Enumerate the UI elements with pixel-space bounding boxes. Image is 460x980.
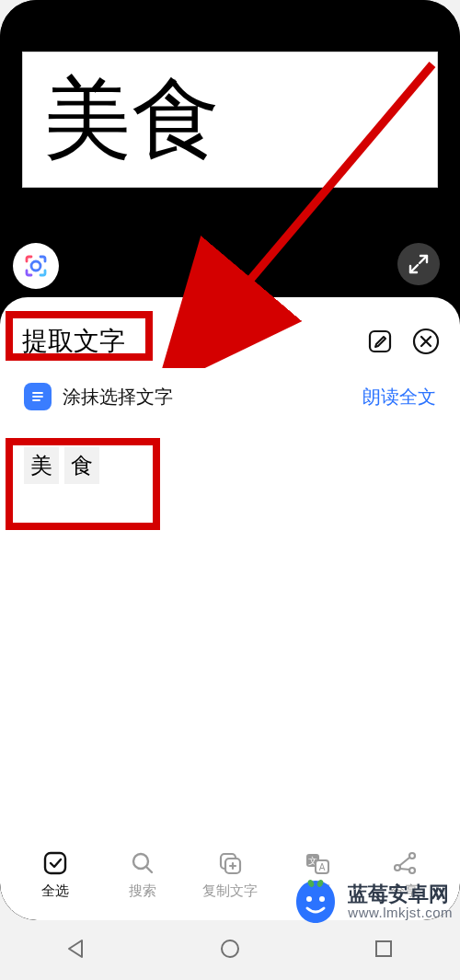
result-chars: 美 食 <box>24 447 436 484</box>
toolbar: 全选 搜索 <box>0 836 460 920</box>
expand-button[interactable] <box>397 243 440 285</box>
phone-frame: 美食 <box>0 0 460 920</box>
sheet-header: 提取文字 <box>0 322 460 370</box>
copy-icon <box>216 849 244 877</box>
tool-label: 复制文字 <box>202 882 258 900</box>
svg-line-21 <box>400 869 409 870</box>
copy-text-button[interactable]: 复制文字 <box>193 847 267 900</box>
select-row: 涂抹选择文字 朗读全文 <box>0 370 460 416</box>
expand-icon <box>408 254 429 274</box>
scanned-image: 美食 <box>22 52 438 188</box>
extract-text-sheet: 提取文字 <box>0 297 460 920</box>
svg-rect-26 <box>376 941 391 956</box>
svg-point-25 <box>222 940 238 957</box>
translate-icon: 文 A <box>304 849 331 877</box>
square-recent-icon <box>373 938 395 960</box>
camera-preview-area: 美食 <box>0 0 460 304</box>
svg-point-0 <box>31 261 40 271</box>
triangle-back-icon <box>65 938 87 960</box>
search-icon <box>129 849 156 877</box>
svg-point-18 <box>409 853 415 859</box>
scanned-text: 美食 <box>43 75 220 164</box>
svg-text:A: A <box>319 862 326 872</box>
sheet-grabber[interactable] <box>207 310 253 315</box>
tool-label: 全选 <box>41 882 69 900</box>
edit-icon <box>367 329 393 354</box>
system-nav-bar <box>0 920 460 980</box>
lens-icon <box>21 251 51 281</box>
svg-marker-24 <box>69 940 82 957</box>
close-button[interactable] <box>410 326 442 357</box>
circle-home-icon <box>219 938 241 960</box>
result-char[interactable]: 食 <box>64 447 99 484</box>
share-icon <box>391 849 419 877</box>
lens-button[interactable] <box>13 243 59 289</box>
svg-rect-6 <box>45 853 65 873</box>
read-aloud-button[interactable]: 朗读全文 <box>362 385 436 409</box>
tool-label: 搜索 <box>129 882 156 900</box>
translate-button[interactable]: 文 A 翻译 <box>281 847 354 900</box>
select-all-button[interactable]: 全选 <box>18 847 92 900</box>
nav-back-button[interactable] <box>65 938 87 963</box>
close-icon <box>412 328 440 355</box>
search-button[interactable]: 搜索 <box>106 847 179 900</box>
tool-label: 翻译 <box>304 882 331 900</box>
select-label: 涂抹选择文字 <box>63 385 173 409</box>
nav-recent-button[interactable] <box>373 938 395 963</box>
svg-line-8 <box>146 867 152 872</box>
share-button[interactable]: 分享 <box>368 847 442 900</box>
result-area: 美 食 <box>0 416 460 836</box>
tool-label: 分享 <box>391 882 419 900</box>
svg-line-20 <box>399 858 409 866</box>
result-char[interactable]: 美 <box>24 447 59 484</box>
svg-point-19 <box>409 868 415 873</box>
select-badge-icon <box>24 383 52 410</box>
edit-button[interactable] <box>364 326 396 357</box>
nav-home-button[interactable] <box>219 938 241 963</box>
sheet-title: 提取文字 <box>22 324 125 359</box>
select-all-icon <box>41 849 69 877</box>
